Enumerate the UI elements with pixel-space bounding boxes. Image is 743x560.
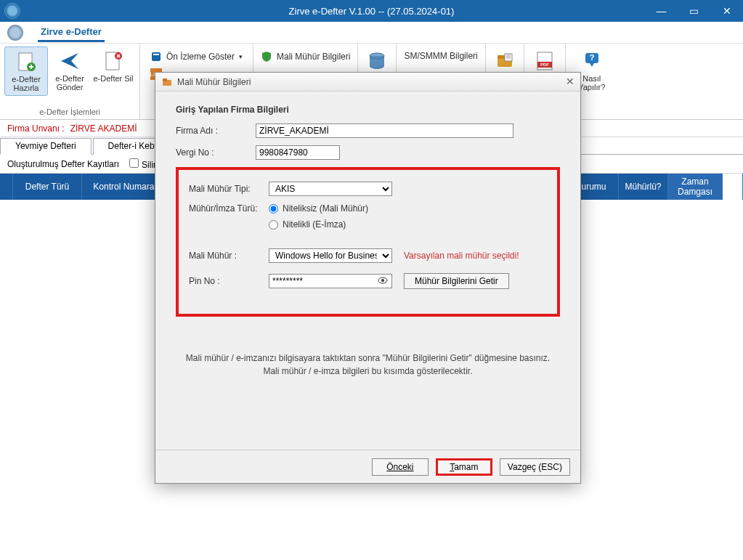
dialog-footer: Önceki Tamam Vazgeç (ESC)	[155, 450, 580, 483]
document-plus-icon	[15, 50, 38, 73]
help-icon: ?	[580, 49, 604, 73]
close-button[interactable]: ✕	[710, 0, 743, 22]
svg-rect-9	[498, 55, 505, 59]
edefter-hazirla-button[interactable]: e-Defter Hazırla	[4, 46, 48, 96]
filter-label: Oluşturulmuş Defter Kayıtları	[7, 159, 119, 169]
imza-turu-label: Mühür/İmza Türü:	[189, 203, 269, 214]
col-zaman-damgasi[interactable]: Zaman Damgası	[668, 174, 723, 200]
dialog-body: Giriş Yapılan Firma Bilgileri Firma Adı …	[155, 92, 580, 450]
tamam-button[interactable]: Tamam	[436, 458, 492, 476]
edefter-gonder-button[interactable]: e-Defter Gönder	[48, 46, 92, 96]
svg-rect-5	[153, 54, 159, 55]
button-label: e-Defter Hazırla	[7, 75, 46, 92]
mali-muhur-bilgileri-button[interactable]: Mali Mühür Bilgileri	[258, 46, 353, 64]
dialog-title: Mali Mühür Bilgileri	[177, 77, 251, 87]
ribbon-group-islemleri: e-Defter Hazırla e-Defter Gönder e-Defte…	[0, 44, 140, 119]
chevron-down-icon: ▾	[239, 53, 243, 60]
radio-niteliksiz[interactable]	[269, 204, 278, 214]
ribbon-tab-row: Zirve e-Defter	[0, 22, 743, 44]
onizleme-goster-button[interactable]: Ön İzleme Göster ▾	[147, 49, 245, 64]
window-controls: — ▭ ✕	[645, 0, 743, 22]
radio-nitelikli-label: Nitelikli (E-İmza)	[283, 219, 346, 230]
firma-adi-input[interactable]	[256, 123, 513, 138]
dialog-info-text: Mali mühür / e-imzanızı bilgisayara takt…	[176, 352, 560, 378]
onceki-button[interactable]: Önceki	[372, 458, 429, 476]
ribbon-tab[interactable]: Zirve e-Defter	[38, 23, 105, 42]
tab-yevmiye-defteri[interactable]: Yevmiye Defteri	[0, 138, 92, 155]
dialog-close-button[interactable]: ✕	[566, 76, 574, 87]
table-header-end	[723, 174, 743, 200]
svg-text:?: ?	[589, 53, 594, 62]
mali-muhur-select[interactable]: Windows Hello for Business 1	[269, 248, 392, 263]
eye-icon[interactable]	[378, 275, 388, 288]
vazgec-button[interactable]: Vazgeç (ESC)	[500, 458, 570, 476]
app-icon	[4, 3, 20, 19]
col-muhurlu[interactable]: Mühürlü?	[619, 174, 668, 200]
svg-point-19	[381, 279, 384, 282]
button-label: Mali Mühür Bilgileri	[277, 52, 350, 62]
window-titlebar: Zirve e-Defter V.1.00 -- (27.05.2024-01)…	[0, 0, 743, 22]
dialog-titlebar: Mali Mühür Bilgileri ✕	[155, 73, 580, 92]
radio-niteliksiz-wrap[interactable]: Niteliksiz (Mali Mühür)	[269, 203, 368, 214]
pin-no-input[interactable]	[269, 274, 392, 288]
svg-text:PDF: PDF	[540, 62, 549, 67]
dialog-icon	[161, 76, 173, 88]
radio-niteliksiz-label: Niteliksiz (Mali Mühür)	[283, 203, 368, 214]
button-label: SM/SMMM Bilgileri	[404, 51, 477, 61]
muhur-tipi-label: Mali Mühür Tipi:	[189, 184, 269, 194]
button-label: e-Defter Sil	[93, 74, 133, 83]
svg-rect-10	[505, 54, 512, 61]
vergi-no-label: Vergi No :	[176, 147, 256, 158]
shield-icon	[261, 51, 272, 62]
silinen-checkbox-wrap[interactable]: Silin	[129, 158, 158, 170]
mali-muhur-label: Mali Mühür :	[189, 251, 269, 261]
ribbon-group-label: e-Defter İşlemleri	[39, 106, 100, 118]
pin-no-label: Pin No :	[189, 276, 269, 286]
firma-unvani-label: Firma Unvanı :	[7, 123, 65, 134]
send-icon	[58, 49, 81, 73]
database-icon	[365, 49, 389, 73]
folder-icon	[493, 49, 516, 73]
muhur-tipi-select[interactable]: AKIS	[269, 182, 392, 196]
firma-unvani-value: ZİRVE AKADEMİ	[70, 123, 137, 134]
radio-nitelikli[interactable]	[269, 220, 278, 230]
radio-nitelikli-wrap[interactable]: Nitelikli (E-İmza)	[269, 219, 368, 230]
svg-rect-4	[152, 52, 161, 61]
maximize-button[interactable]: ▭	[678, 0, 710, 22]
highlighted-section: Mali Mühür Tipi: AKIS Mühür/İmza Türü: N…	[176, 167, 560, 317]
preview-icon	[150, 51, 162, 62]
table-corner	[0, 174, 13, 200]
window-title: Zirve e-Defter V.1.00 -- (27.05.2024-01)	[289, 6, 455, 17]
varsayilan-hint: Varsayılan mali mühür seçildi!	[404, 251, 519, 261]
pdf-icon: PDF	[533, 49, 556, 73]
muhur-bilgilerini-getir-button[interactable]: Mühür Bilgilerini Getir	[404, 273, 509, 289]
silinen-checkbox[interactable]	[129, 158, 139, 168]
edefter-sil-button[interactable]: e-Defter Sil	[92, 46, 135, 96]
mali-muhur-dialog: Mali Mühür Bilgileri ✕ Giriş Yapılan Fir…	[155, 72, 581, 484]
button-label: e-Defter Gönder	[49, 74, 90, 92]
app-logo-icon	[7, 25, 23, 41]
svg-rect-17	[163, 78, 167, 81]
firma-adi-label: Firma Adı :	[176, 126, 256, 136]
col-defter-turu[interactable]: Defter Türü	[13, 174, 82, 200]
section-firma-bilgileri: Giriş Yapılan Firma Bilgileri	[176, 105, 560, 115]
button-label: Ön İzleme Göster	[166, 52, 235, 62]
minimize-button[interactable]: —	[645, 0, 678, 22]
document-delete-icon	[102, 49, 125, 73]
smmm-bilgileri-button[interactable]: SM/SMMM Bilgileri	[401, 46, 480, 62]
vergi-no-input[interactable]	[256, 145, 340, 160]
